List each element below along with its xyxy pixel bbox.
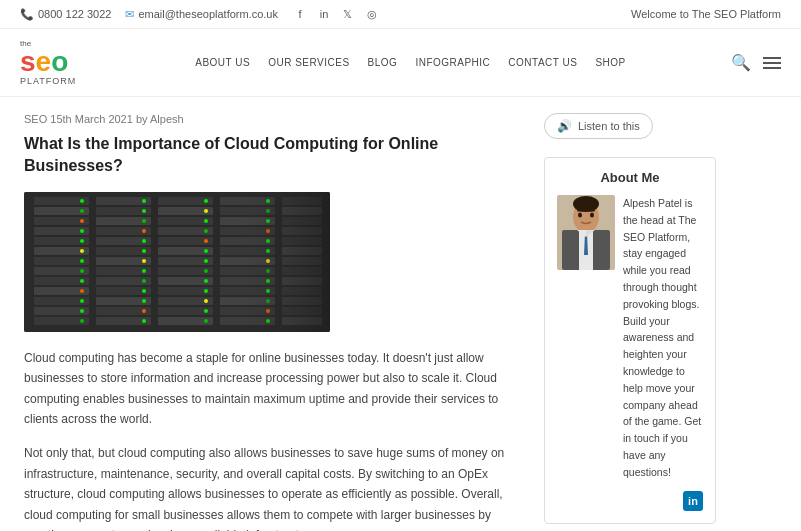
svg-point-17	[80, 229, 84, 233]
sidebar: 🔊 Listen to this About Me	[530, 97, 730, 531]
article-author: Alpesh	[150, 113, 184, 125]
svg-point-68	[204, 219, 208, 223]
svg-point-43	[142, 229, 146, 233]
svg-point-69	[204, 229, 208, 233]
menu-line-2	[763, 62, 781, 64]
article-date: 15th March 2021	[50, 113, 133, 125]
main-nav: ABOUT US OUR SERVICES BLOG INFOGRAPHIC C…	[195, 57, 626, 68]
top-bar-left: 📞 0800 122 3022 ✉ email@theseoplatform.c…	[20, 6, 380, 22]
main-layout: SEO 15th March 2021 by Alpesh What Is th…	[0, 97, 801, 531]
menu-line-1	[763, 57, 781, 59]
listen-label: Listen to this	[578, 120, 640, 132]
social-links: f in 𝕏 ◎	[292, 6, 380, 22]
svg-point-21	[80, 269, 84, 273]
svg-point-22	[80, 279, 84, 283]
svg-point-52	[142, 319, 146, 323]
nav-shop[interactable]: SHOP	[595, 57, 625, 68]
svg-point-42	[142, 219, 146, 223]
phone-number: 0800 122 3022	[38, 8, 111, 20]
svg-point-45	[142, 249, 146, 253]
svg-point-46	[142, 259, 146, 263]
article-meta: SEO 15th March 2021 by Alpesh	[24, 113, 506, 125]
article-tag: SEO	[24, 113, 47, 125]
logo-platform: platform	[20, 76, 90, 86]
nav-contact-us[interactable]: CONTACT US	[508, 57, 577, 68]
svg-point-25	[80, 309, 84, 313]
about-me-title: About Me	[557, 170, 703, 185]
hamburger-menu-button[interactable]	[763, 57, 781, 69]
email-icon: ✉	[125, 8, 134, 21]
svg-point-67	[204, 209, 208, 213]
svg-point-51	[142, 309, 146, 313]
listen-button[interactable]: 🔊 Listen to this	[544, 113, 653, 139]
article-by: by	[136, 113, 148, 125]
instagram-icon[interactable]: ◎	[364, 6, 380, 22]
linkedin-button[interactable]: in	[683, 491, 703, 511]
svg-point-127	[590, 213, 594, 218]
top-bar: 📞 0800 122 3022 ✉ email@theseoplatform.c…	[0, 0, 801, 29]
nav-blog[interactable]: BLOG	[368, 57, 398, 68]
linkedin-container: in	[557, 491, 703, 511]
svg-point-19	[80, 249, 84, 253]
article-image	[24, 192, 330, 332]
email-info: ✉ email@theseoplatform.co.uk	[125, 8, 278, 21]
search-button[interactable]: 🔍	[731, 53, 751, 72]
article-title: What Is the Importance of Cloud Computin…	[24, 133, 506, 178]
facebook-icon[interactable]: f	[292, 6, 308, 22]
article-paragraph-1: Cloud computing has become a staple for …	[24, 348, 506, 430]
svg-point-74	[204, 279, 208, 283]
svg-point-47	[142, 269, 146, 273]
svg-point-18	[80, 239, 84, 243]
svg-rect-129	[588, 210, 595, 212]
about-me-box: About Me	[544, 157, 716, 524]
nav-our-services[interactable]: OUR SERVICES	[268, 57, 349, 68]
svg-point-26	[80, 319, 84, 323]
nav-about-us[interactable]: ABOUT US	[195, 57, 250, 68]
svg-point-70	[204, 239, 208, 243]
article-section: SEO 15th March 2021 by Alpesh What Is th…	[0, 97, 530, 531]
svg-rect-128	[577, 210, 584, 212]
svg-point-20	[80, 259, 84, 263]
svg-point-16	[80, 219, 84, 223]
svg-point-50	[142, 299, 146, 303]
phone-icon: 📞	[20, 8, 34, 21]
logo-e: e	[36, 46, 52, 77]
nav-infographic[interactable]: INFOGRAPHIC	[415, 57, 490, 68]
article-paragraph-2: Not only that, but cloud computing also …	[24, 443, 506, 531]
svg-point-23	[80, 289, 84, 293]
server-image-svg	[24, 192, 330, 332]
logo-o: o	[51, 46, 68, 77]
svg-point-78	[204, 319, 208, 323]
svg-point-73	[204, 269, 208, 273]
about-me-text: Alpesh Patel is the head at The SEO Plat…	[623, 195, 703, 481]
avatar-container	[557, 195, 615, 481]
svg-point-76	[204, 299, 208, 303]
phone-info: 📞 0800 122 3022	[20, 8, 111, 21]
svg-point-41	[142, 209, 146, 213]
svg-point-48	[142, 279, 146, 283]
header-icons: 🔍	[731, 53, 781, 72]
twitter-icon[interactable]: 𝕏	[340, 6, 356, 22]
email-address: email@theseoplatform.co.uk	[138, 8, 278, 20]
svg-point-44	[142, 239, 146, 243]
welcome-text: Welcome to The SEO Platform	[631, 8, 781, 20]
logo[interactable]: the seo platform	[20, 39, 90, 86]
linkedin-icon[interactable]: in	[316, 6, 332, 22]
article-body: Cloud computing has become a staple for …	[24, 348, 506, 531]
svg-point-14	[80, 199, 84, 203]
svg-point-49	[142, 289, 146, 293]
svg-point-40	[142, 199, 146, 203]
svg-point-15	[80, 209, 84, 213]
svg-point-24	[80, 299, 84, 303]
svg-point-77	[204, 309, 208, 313]
menu-line-3	[763, 67, 781, 69]
logo-seo: seo	[20, 48, 90, 76]
header: the seo platform ABOUT US OUR SERVICES B…	[0, 29, 801, 97]
svg-point-71	[204, 249, 208, 253]
svg-point-125	[573, 196, 599, 212]
avatar	[557, 195, 615, 270]
logo-s: s	[20, 46, 36, 77]
svg-point-126	[578, 213, 582, 218]
svg-point-75	[204, 289, 208, 293]
svg-rect-118	[244, 192, 330, 332]
